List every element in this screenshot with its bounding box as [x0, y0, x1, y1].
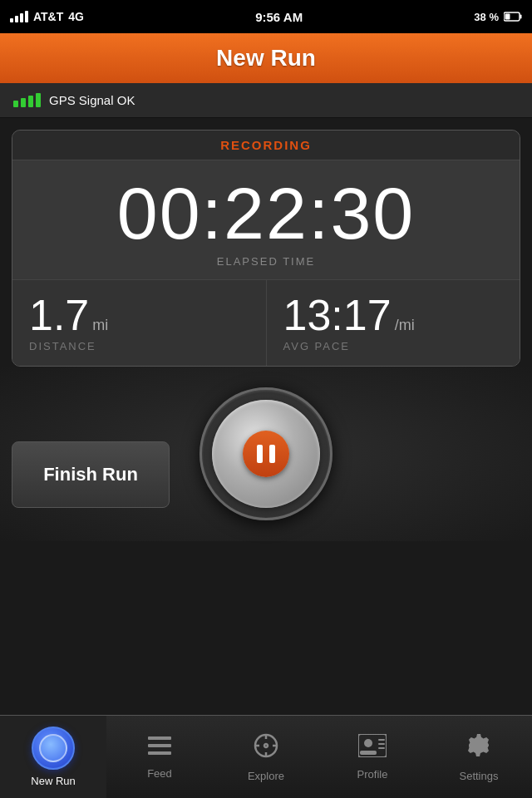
tab-explore[interactable]: Explore	[213, 716, 319, 798]
tab-profile[interactable]: Profile	[319, 716, 426, 798]
battery-icon	[504, 12, 522, 22]
svg-rect-3	[148, 736, 171, 740]
svg-point-13	[364, 739, 372, 747]
middle-area: Finish Run	[0, 367, 532, 541]
metrics-row: 1.7 mi DISTANCE 13:17 /mi AVG PACE	[12, 280, 520, 366]
settings-tab-label: Settings	[460, 770, 499, 782]
pace-label: AVG PACE	[283, 340, 512, 352]
new-run-tab-icon-inner	[39, 734, 67, 762]
feed-tab-label: Feed	[147, 767, 172, 780]
distance-metric: 1.7 mi DISTANCE	[12, 280, 267, 366]
battery-label: 38 %	[474, 11, 499, 23]
feed-icon	[146, 735, 173, 762]
timer-section: 00:22:30 ELAPSED TIME	[12, 160, 520, 280]
svg-rect-5	[148, 751, 171, 755]
pause-bar-right	[269, 445, 275, 463]
app-header: New Run	[0, 33, 532, 83]
elapsed-label: ELAPSED TIME	[21, 255, 511, 268]
gps-bar: GPS Signal OK	[0, 83, 532, 118]
carrier-label: AT&T	[33, 10, 63, 23]
status-time: 9:56 AM	[255, 10, 303, 24]
distance-label: DISTANCE	[29, 340, 258, 352]
profile-tab-label: Profile	[357, 768, 388, 781]
pause-bar-left	[257, 445, 263, 463]
stats-card: RECORDING 00:22:30 ELAPSED TIME 1.7 mi D…	[12, 130, 520, 367]
page-title: New Run	[216, 45, 316, 71]
svg-rect-2	[505, 14, 510, 20]
tab-settings[interactable]: Settings	[426, 716, 532, 798]
new-run-tab-label: New Run	[31, 775, 75, 787]
pause-button-inner	[212, 400, 320, 508]
finish-run-button[interactable]: Finish Run	[12, 441, 170, 508]
tab-bar: New Run Feed Explore	[0, 715, 532, 798]
pause-icon-circle	[243, 431, 289, 477]
pace-metric: 13:17 /mi AVG PACE	[267, 280, 520, 366]
gps-status-text: GPS Signal OK	[49, 93, 135, 107]
svg-rect-15	[378, 739, 385, 741]
status-left: AT&T 4G	[10, 10, 84, 23]
status-right: 38 %	[474, 11, 522, 23]
explore-icon	[253, 732, 279, 765]
new-run-tab-icon	[32, 727, 75, 770]
profile-icon	[358, 734, 387, 763]
pace-unit: /mi	[395, 318, 415, 332]
distance-value: 1.7 mi	[29, 293, 258, 337]
svg-rect-4	[148, 744, 171, 747]
settings-icon	[466, 732, 492, 765]
svg-rect-1	[520, 15, 522, 19]
svg-rect-14	[360, 751, 377, 755]
svg-point-7	[264, 744, 268, 747]
status-bar: AT&T 4G 9:56 AM 38 %	[0, 0, 532, 33]
pause-button[interactable]	[200, 387, 332, 520]
gps-signal-bars	[13, 93, 41, 107]
recording-indicator: RECORDING	[12, 131, 520, 160]
svg-rect-16	[378, 743, 385, 745]
tab-feed[interactable]: Feed	[106, 716, 213, 798]
tab-new-run[interactable]: New Run	[0, 716, 106, 798]
network-label: 4G	[68, 10, 84, 23]
signal-bars	[10, 11, 28, 22]
timer-display: 00:22:30	[21, 177, 511, 250]
explore-tab-label: Explore	[248, 770, 284, 782]
distance-unit: mi	[92, 318, 108, 332]
pace-value: 13:17 /mi	[283, 293, 512, 337]
pause-icon	[257, 445, 275, 463]
svg-rect-17	[378, 747, 385, 749]
